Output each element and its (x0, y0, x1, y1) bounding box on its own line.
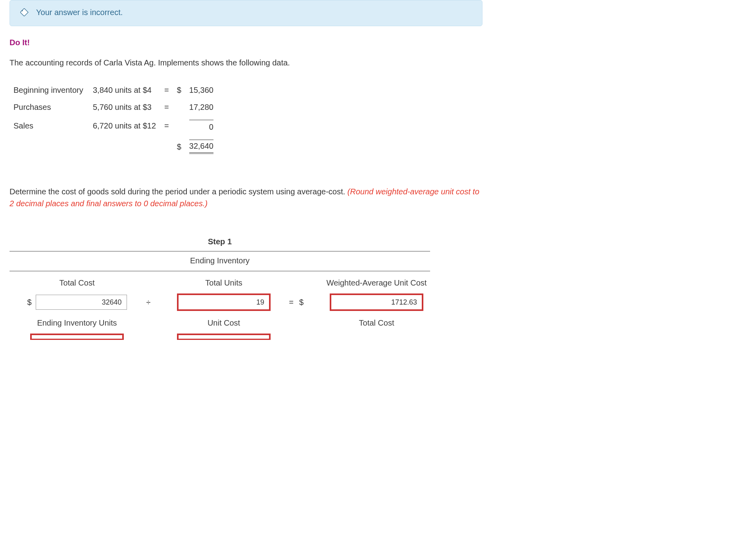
section-heading: Do It! (10, 38, 482, 47)
ledger-units: 5,760 units at $3 (89, 99, 160, 116)
dollar-sign: $ (173, 136, 185, 158)
total-units-input[interactable] (178, 295, 269, 310)
alert-message: Your answer is incorrect. (36, 8, 123, 17)
col-wauc: Weighted-Average Unit Cost (315, 271, 438, 295)
equals-sign: = (160, 99, 173, 116)
ledger-units: 3,840 units at $4 (89, 82, 160, 99)
ledger-amount: 17,280 (185, 99, 217, 116)
ledger-table: Beginning inventory 3,840 units at $4 = … (10, 82, 217, 158)
dollar-sign: $ (173, 82, 185, 99)
ledger-total: 32,640 (185, 136, 217, 158)
ledger-label: Sales (10, 116, 89, 136)
total-cost-input[interactable] (36, 295, 127, 310)
total-cost-cell: $ (10, 295, 144, 310)
intro-text: The accounting records of Carla Vista Ag… (10, 58, 482, 67)
table-row: Sales 6,720 units at $12 = 0 (10, 116, 217, 136)
step-subtitle: Ending Inventory (10, 251, 430, 271)
wauc-cell (315, 295, 438, 310)
total-units-cell (160, 295, 287, 310)
ending-inv-units-input-partial[interactable] (31, 335, 123, 339)
col-total-units: Total Units (160, 271, 287, 295)
divide-sign: ÷ (144, 298, 152, 307)
table-row: Purchases 5,760 units at $3 = 17,280 (10, 99, 217, 116)
dollar-sign (173, 116, 185, 136)
ledger-label: Purchases (10, 99, 89, 116)
alert-incorrect: Your answer is incorrect. (10, 0, 482, 26)
dollar-sign (173, 99, 185, 116)
table-row: $ 32,640 (10, 136, 217, 158)
table-row: Beginning inventory 3,840 units at $4 = … (10, 82, 217, 99)
ledger-amount: 15,360 (185, 82, 217, 99)
ledger-label: Beginning inventory (10, 82, 89, 99)
ledger-units: 6,720 units at $12 (89, 116, 160, 136)
equals-sign: = (287, 298, 295, 307)
unit-cost-input-partial[interactable] (178, 335, 269, 339)
step-title: Step 1 (10, 233, 430, 251)
instruction-text: Determine the cost of goods sold during … (10, 186, 482, 209)
dollar-sign: $ (299, 298, 315, 307)
dollar-sign: $ (27, 298, 31, 307)
label-total-cost-2: Total Cost (315, 318, 438, 328)
instruction-main: Determine the cost of goods sold during … (10, 187, 348, 196)
equals-sign: = (160, 116, 173, 136)
step-1-section: Step 1 Ending Inventory Total Cost Total… (10, 233, 430, 339)
label-unit-cost: Unit Cost (160, 318, 287, 328)
wauc-input[interactable] (331, 295, 422, 310)
label-ending-inv-units: Ending Inventory Units (10, 318, 144, 328)
col-total-cost: Total Cost (10, 271, 144, 295)
tag-icon (19, 8, 29, 17)
ledger-amount: 0 (185, 116, 217, 136)
svg-point-0 (22, 10, 23, 12)
equals-sign: = (160, 82, 173, 99)
